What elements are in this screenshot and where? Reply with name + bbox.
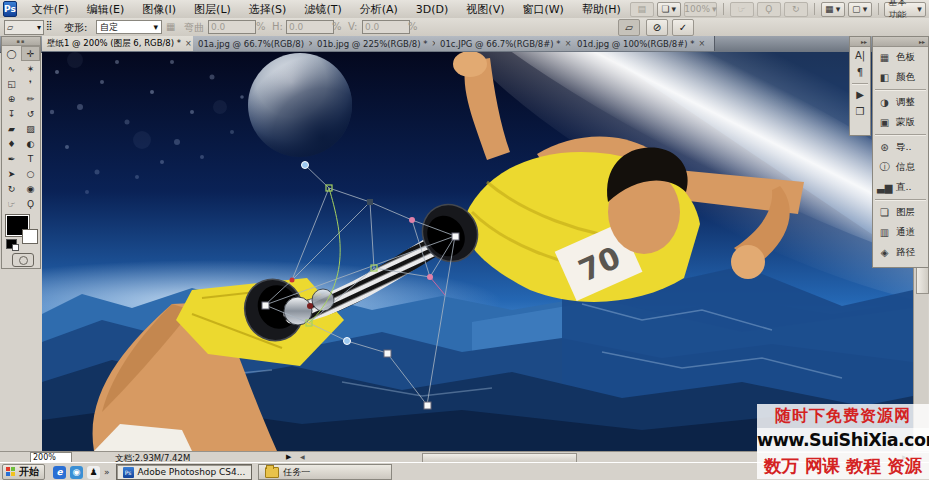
zoom-tool-button[interactable]: Ϙ <box>757 2 781 17</box>
tool-3d-orbit[interactable]: ◉ <box>21 181 40 196</box>
photoshop-logo[interactable]: Ps <box>3 1 17 17</box>
anchor-point[interactable] <box>344 338 351 345</box>
tool-type[interactable]: T <box>21 151 40 166</box>
menu-select[interactable]: 选择(S) <box>240 1 296 18</box>
adjustments-panel-button[interactable]: ◑ 调整 <box>873 92 928 112</box>
tool-pen[interactable]: ✒ <box>2 151 21 166</box>
navigator-panel-button[interactable]: ⊛ 导.. <box>873 137 928 157</box>
doc-tab-01a[interactable]: 01a.jpg @ 66.7%(RGB/8)× <box>193 36 322 51</box>
document-canvas[interactable]: 70 <box>42 52 913 451</box>
quick-mask-button[interactable] <box>12 253 34 267</box>
h-input[interactable]: 0.0 <box>286 20 334 34</box>
background-color-swatch[interactable] <box>22 229 38 244</box>
tool-hand[interactable]: ☞ <box>2 196 21 211</box>
tool-eyedropper[interactable]: ❜ <box>21 76 40 91</box>
hand-tool-button[interactable]: ☞ <box>730 2 754 17</box>
bend-input[interactable]: 0.0 <box>208 20 256 34</box>
menu-layer[interactable]: 图层(L) <box>185 1 240 18</box>
animation-panel-button[interactable]: ▶ <box>850 86 870 103</box>
arrange-documents-button[interactable]: ▦ ▾ <box>821 2 845 17</box>
character-panel-button[interactable]: A| <box>850 47 870 64</box>
tab-close-icon[interactable]: × <box>565 39 572 48</box>
tool-magic-wand[interactable]: ✶ <box>21 61 40 76</box>
anchor-point[interactable] <box>262 302 269 309</box>
menu-edit[interactable]: 编辑(E) <box>78 1 134 18</box>
layers-panel-button[interactable]: ❏ 图层 <box>873 202 928 222</box>
anchor-point[interactable] <box>302 162 309 169</box>
menu-analysis[interactable]: 分析(A) <box>351 1 407 18</box>
tool-preset-picker[interactable]: ▱ ▾ <box>4 20 44 35</box>
masks-panel-button[interactable]: ▣ 蒙版 <box>873 112 928 132</box>
histogram-panel-button[interactable]: ▃▆ 直.. <box>873 177 928 197</box>
tool-spot-healing[interactable]: ⊕ <box>2 91 21 106</box>
zoom-level-dropdown[interactable]: 100%▾ <box>684 2 717 17</box>
tool-eraser[interactable]: ▰ <box>2 121 21 136</box>
qq-quicklaunch-icon[interactable]: ♟ <box>87 466 100 479</box>
quicklaunch-overflow[interactable]: » <box>104 467 110 477</box>
ie-quicklaunch-icon[interactable]: e <box>53 466 66 479</box>
start-button[interactable]: 开始 <box>2 464 45 480</box>
toggle-warp-mode-button[interactable]: ▱ <box>618 19 640 36</box>
menu-filter[interactable]: 滤镜(T) <box>295 1 350 18</box>
menu-window[interactable]: 窗口(W) <box>513 1 572 18</box>
swatches-panel-button[interactable]: ▦ 色板 <box>873 47 928 67</box>
tool-3d-rotate[interactable]: ↻ <box>2 181 21 196</box>
menu-file[interactable]: 文件(F) <box>23 1 78 18</box>
channels-panel-button[interactable]: ▥ 通道 <box>873 222 928 242</box>
reference-point-locator[interactable]: ⣿ <box>46 20 53 30</box>
tool-path-selection[interactable]: ➤ <box>2 166 21 181</box>
taskbar-item-photoshop[interactable]: Ps Adobe Photoshop CS4... <box>116 464 253 480</box>
anchor-point[interactable] <box>409 217 415 223</box>
warp-orientation-button[interactable]: ▦ <box>166 21 175 32</box>
tab-close-icon[interactable]: × <box>185 39 192 48</box>
color-panel-button[interactable]: ◧ 颜色 <box>873 67 928 87</box>
tool-elliptical-marquee[interactable]: ◯ <box>2 46 21 61</box>
anchor-point[interactable] <box>424 402 431 409</box>
dock-expand-header[interactable]: ▸▸ <box>850 37 870 47</box>
screen-mode-button[interactable]: ▢ ▾ <box>848 2 872 17</box>
tools-panel-header[interactable]: ▪▪ <box>2 37 40 46</box>
doc-tab-01c[interactable]: 01c.JPG @ 66.7%(RGB/8#) *× <box>435 36 582 51</box>
view-extras-button[interactable]: ❏ ▾ <box>657 2 681 17</box>
status-flyout-arrow[interactable]: ▶ <box>286 453 291 461</box>
tool-brush[interactable]: ✏ <box>21 91 40 106</box>
anchor-point[interactable] <box>427 274 433 280</box>
anchor-point[interactable] <box>384 350 391 357</box>
anchor-point[interactable] <box>452 233 459 240</box>
workspace-switcher[interactable]: 基本功能 ▾ <box>884 2 925 17</box>
commit-transform-button[interactable]: ✓ <box>672 19 694 36</box>
doc-tab-wallpaper1[interactable]: 壁纸1 @ 200% (图层 6, RGB/8) *× <box>42 36 203 51</box>
tool-gradient[interactable]: ▨ <box>21 121 40 136</box>
taskbar-item-folder[interactable]: 任务一 <box>258 464 392 480</box>
default-colors-icon[interactable] <box>6 239 17 249</box>
anchor-point[interactable] <box>290 278 295 283</box>
bridge-button[interactable]: ▤ <box>630 2 654 17</box>
doc-tab-01b[interactable]: 01b.jpg @ 225%(RGB/8) *× <box>312 36 445 51</box>
paths-panel-button[interactable]: ◈ 路径 <box>873 242 928 262</box>
paragraph-panel-button[interactable]: ¶ <box>850 64 870 81</box>
hscroll-left-arrow[interactable]: ◀ <box>300 453 305 460</box>
tool-move[interactable]: ✛ <box>21 46 40 61</box>
v-input[interactable]: 0.0 <box>362 20 410 34</box>
tool-clone-stamp[interactable]: ↧ <box>2 106 21 121</box>
info-panel-button[interactable]: ⓘ 信息 <box>873 157 928 177</box>
anchor-point[interactable] <box>367 199 373 205</box>
tool-lasso[interactable]: ∿ <box>2 61 21 76</box>
menu-image[interactable]: 图像(I) <box>133 1 185 18</box>
menu-3d[interactable]: 3D(D) <box>407 2 458 17</box>
warp-style-select[interactable]: 自定 ▾ <box>96 20 162 34</box>
tool-crop[interactable]: ◱ <box>2 76 21 91</box>
clone-source-panel-button[interactable]: ❐ <box>850 103 870 120</box>
cancel-transform-button[interactable]: ⊘ <box>646 19 668 36</box>
media-quicklaunch-icon[interactable]: ◉ <box>70 466 83 479</box>
tool-zoom[interactable]: Ϙ <box>21 196 40 211</box>
menu-view[interactable]: 视图(V) <box>457 1 513 18</box>
tool-dodge[interactable]: ◐ <box>21 136 40 151</box>
tool-blur[interactable]: ♦ <box>2 136 21 151</box>
tab-close-icon[interactable]: × <box>699 39 706 48</box>
tool-shape[interactable]: ○ <box>21 166 40 181</box>
doc-tab-01d[interactable]: 01d.jpg @ 100%(RGB/8#) *× <box>572 36 715 51</box>
menu-help[interactable]: 帮助(H) <box>573 1 630 18</box>
tool-history-brush[interactable]: ↺ <box>21 106 40 121</box>
rotate-view-button[interactable]: ↻ <box>784 2 808 17</box>
